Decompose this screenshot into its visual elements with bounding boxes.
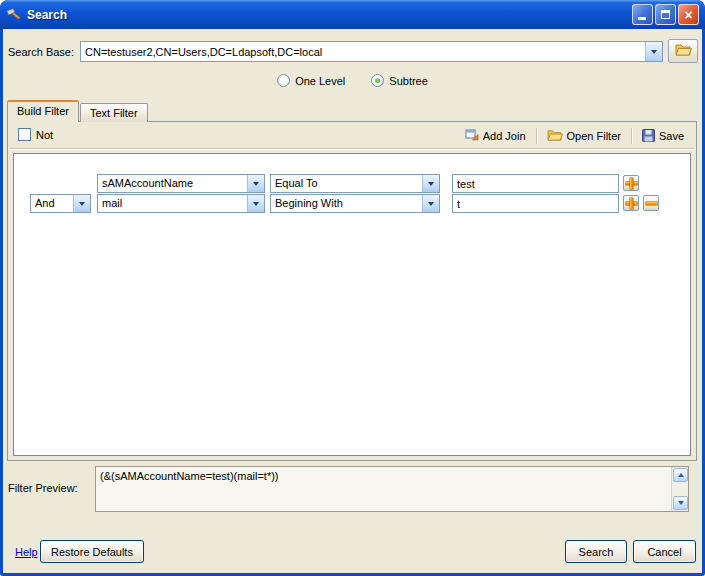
- search-base-input[interactable]: [81, 42, 645, 61]
- dropdown-arrow-icon: [645, 42, 662, 61]
- filter-preview-label: Filter Preview:: [8, 482, 78, 494]
- maximize-icon: [661, 10, 670, 19]
- not-checkbox-label: Not: [36, 129, 53, 141]
- operator-select-row1-value: Equal To: [271, 175, 422, 192]
- save-disk-icon: [642, 129, 655, 144]
- not-checkbox[interactable]: [18, 128, 31, 141]
- tab-text-filter[interactable]: Text Filter: [80, 103, 148, 122]
- radio-subtree-label: Subtree: [389, 75, 428, 87]
- filter-builder-area: sAMAccountName Equal To And mail: [13, 153, 691, 456]
- filter-preview-box: (&(sAMAccountName=test)(mail=t*)): [95, 466, 689, 512]
- arrow-up-icon: [678, 473, 684, 477]
- attribute-select-row2[interactable]: mail: [97, 194, 265, 213]
- restore-defaults-button[interactable]: Restore Defaults: [40, 540, 144, 563]
- dropdown-arrow-icon: [422, 195, 439, 212]
- add-condition-button-row1[interactable]: [623, 175, 639, 191]
- minimize-icon: [638, 17, 646, 20]
- search-scope-group: One Level Subtree: [3, 74, 702, 87]
- attribute-select-row2-value: mail: [98, 195, 247, 212]
- titlebar[interactable]: Search ×: [0, 0, 705, 29]
- save-filter-label: Save: [659, 130, 684, 142]
- join-select-row2[interactable]: And: [30, 194, 91, 213]
- search-base-combobox[interactable]: [80, 41, 663, 62]
- search-dialog: Search × Search Base: One Leve: [0, 0, 705, 576]
- filter-tabs: Build Filter Text Filter: [7, 100, 149, 122]
- not-checkbox-wrap[interactable]: Not: [18, 128, 53, 141]
- search-base-label: Search Base:: [8, 46, 74, 58]
- operator-select-row2[interactable]: Begining With: [270, 194, 440, 213]
- attribute-select-row1-value: sAMAccountName: [98, 175, 247, 192]
- radio-subtree-icon: [371, 74, 384, 87]
- add-condition-button-row2[interactable]: [623, 195, 639, 211]
- radio-subtree[interactable]: Subtree: [371, 74, 428, 87]
- cancel-button[interactable]: Cancel: [633, 540, 696, 563]
- dialog-content: Search Base: One Level Subtree: [3, 29, 702, 573]
- radio-one-level[interactable]: One Level: [277, 74, 345, 87]
- scroll-up-button[interactable]: [673, 468, 688, 482]
- close-icon: ×: [684, 8, 692, 22]
- join-select-row2-value: And: [31, 195, 73, 212]
- filter-preview-value: (&(sAMAccountName=test)(mail=t*)): [100, 470, 666, 482]
- dropdown-arrow-icon: [247, 195, 264, 212]
- add-join-label: Add Join: [483, 130, 526, 142]
- close-button[interactable]: ×: [678, 4, 699, 25]
- open-folder-icon: [547, 129, 563, 143]
- dropdown-arrow-icon: [73, 195, 90, 212]
- add-join-button[interactable]: Add Join: [462, 127, 529, 145]
- open-filter-button[interactable]: Open Filter: [544, 128, 624, 144]
- build-filter-panel: Not Add Join: [7, 121, 697, 461]
- add-join-icon: [465, 128, 479, 144]
- tool-icon: [6, 7, 22, 23]
- preview-scrollbar[interactable]: [671, 467, 688, 511]
- help-link[interactable]: Help: [15, 546, 38, 558]
- remove-condition-button-row2[interactable]: [643, 195, 659, 211]
- browse-search-base-button[interactable]: [668, 39, 698, 63]
- dropdown-arrow-icon: [247, 175, 264, 192]
- operator-select-row2-value: Begining With: [271, 195, 422, 212]
- toolbar-divider: [9, 148, 695, 149]
- search-button[interactable]: Search: [565, 540, 627, 563]
- value-input-row1[interactable]: [452, 174, 619, 193]
- dropdown-arrow-icon: [422, 175, 439, 192]
- open-filter-label: Open Filter: [567, 130, 621, 142]
- arrow-down-icon: [678, 501, 684, 505]
- scroll-down-button[interactable]: [673, 496, 688, 510]
- operator-select-row1[interactable]: Equal To: [270, 174, 440, 193]
- minus-icon: [646, 198, 657, 209]
- open-folder-icon: [675, 42, 692, 60]
- maximize-button[interactable]: [655, 4, 676, 25]
- tab-build-filter[interactable]: Build Filter: [7, 100, 79, 122]
- minimize-button[interactable]: [632, 4, 653, 25]
- value-input-row2[interactable]: [452, 194, 619, 213]
- filter-toolbar: Add Join Open Filter: [462, 127, 687, 145]
- plus-icon: [626, 178, 637, 189]
- radio-one-level-label: One Level: [295, 75, 345, 87]
- attribute-select-row1[interactable]: sAMAccountName: [97, 174, 265, 193]
- save-filter-button[interactable]: Save: [639, 128, 687, 145]
- window-title: Search: [27, 8, 632, 22]
- plus-icon: [626, 198, 637, 209]
- radio-one-level-icon: [277, 74, 290, 87]
- toolbar-separator: [536, 128, 537, 144]
- toolbar-separator: [631, 128, 632, 144]
